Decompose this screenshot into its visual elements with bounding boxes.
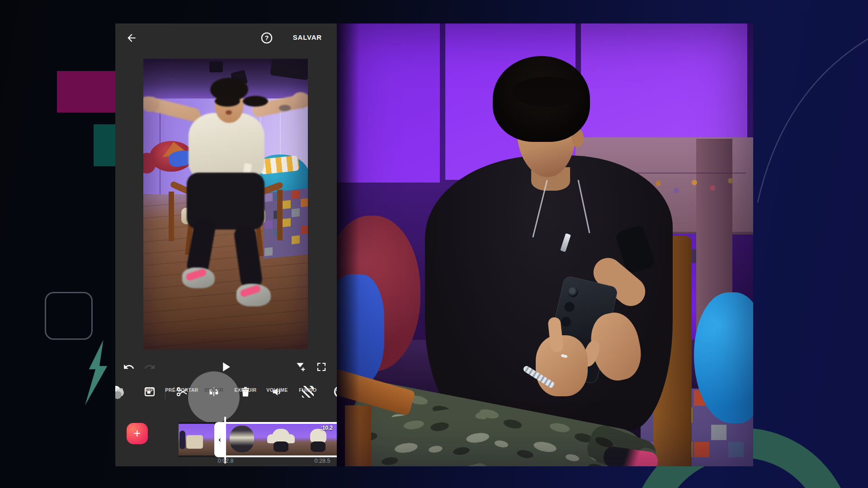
decor-magenta-rectangle (57, 71, 116, 113)
toolbar-item-label: DIVIDIR (204, 387, 223, 393)
decor-teal-rectangle (94, 124, 116, 166)
timeline-playhead[interactable] (224, 417, 226, 464)
timeline-thumbnail (262, 424, 299, 455)
keyframe-add-button[interactable] (292, 359, 309, 375)
man-hair-fringe (512, 77, 581, 107)
main-video-frame (337, 23, 753, 466)
undo-button[interactable] (121, 359, 137, 375)
chevron-left-icon: ‹ (218, 435, 221, 444)
video-editor-panel: ? SALVAR (115, 23, 337, 466)
selected-clip[interactable]: :10.2 (225, 422, 337, 457)
toolbar-item-rastrear[interactable]: RA (319, 385, 337, 413)
total-duration-label: 0:28.5 (307, 458, 337, 464)
toolbar-item-label: PIP (146, 387, 154, 393)
video-left-shadow (337, 23, 359, 466)
clip-trim-handle-left[interactable]: ‹ (214, 422, 225, 457)
toolbar-item-label: PRÉ-CORTAR (165, 387, 198, 393)
add-clip-button[interactable]: + (127, 423, 148, 444)
toolbar-item-label: VOLUME (266, 387, 288, 393)
phone-camera-lenses (567, 286, 579, 298)
decor-rounded-square-outline (45, 292, 93, 340)
svg-text:?: ? (265, 34, 269, 42)
timeline-thumbnail[interactable] (179, 424, 214, 455)
redo-icon (144, 361, 156, 373)
fullscreen-icon (316, 361, 327, 372)
toolbar-item-label: FUNDO (299, 387, 316, 393)
triangle-plus-icon (295, 361, 307, 373)
back-button[interactable] (123, 30, 140, 46)
redo-button[interactable] (142, 359, 158, 375)
timeline-thumbnail (225, 424, 262, 455)
screenshot-stage: ? SALVAR (0, 0, 868, 488)
preview-vignette (143, 59, 308, 349)
undo-icon (123, 361, 135, 373)
arrow-left-icon (126, 32, 137, 44)
save-button[interactable]: SALVAR (290, 33, 325, 42)
toolbar-item-label: EXCLUIR (235, 387, 257, 393)
current-time-label: 0:02.8 (210, 458, 241, 464)
clip-preview-viewport[interactable] (143, 59, 308, 349)
timeline-strip[interactable]: ‹ :10.2 (179, 422, 337, 457)
help-button[interactable]: ? (259, 30, 274, 46)
toolbar-item-label: TRO (115, 387, 123, 393)
clip-duration-badge: :10.2 (321, 425, 333, 431)
fullscreen-button[interactable] (313, 359, 330, 375)
toolbar-item-label: RA (335, 387, 337, 393)
question-circle-icon: ? (260, 32, 273, 44)
